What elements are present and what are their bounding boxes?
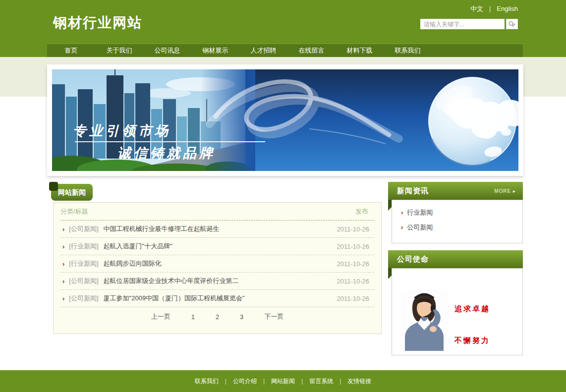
language-divider: | — [489, 5, 491, 12]
row-arrow-icon: › — [62, 278, 64, 285]
banner-slogan-1: 专业引领市场 — [73, 123, 171, 138]
nav-item[interactable]: 联系我们 — [384, 44, 432, 57]
row-arrow-icon: › — [62, 295, 64, 302]
news-date: 2011-10-26 — [337, 278, 369, 285]
more-arrow-icon: ▸ — [513, 188, 516, 194]
search-icon — [508, 21, 516, 28]
news-category[interactable]: [行业新闻] — [69, 259, 98, 268]
table-row: › [行业新闻] 起航阔步迈向国际化 2011-10-26 — [60, 255, 374, 273]
mission-slogan-1: 追求卓越 — [454, 304, 490, 314]
column-publish: 发布 — [355, 207, 374, 216]
news-panel: 分类/标题 发布 › [公司新闻] 中国工程机械行业最牛修理工在起航诞生 201… — [53, 202, 382, 334]
news-date: 2011-10-26 — [337, 260, 369, 268]
sidebar-mission-body: 追求卓越 不懈努力 — [392, 268, 523, 355]
row-arrow-icon: › — [62, 260, 64, 268]
prev-page-button[interactable]: 上一页 — [151, 312, 170, 321]
page-title: 钢材行业网站 — [53, 13, 142, 32]
language-switcher: 中文|English — [470, 4, 518, 13]
sidebar-mission-header: 公司使命 — [388, 250, 523, 268]
sidebar-news-item[interactable]: ›公司新闻 — [401, 223, 522, 232]
pagination: 上一页 1 2 3 下一页 — [60, 307, 374, 326]
search-area — [420, 19, 518, 29]
footer-link[interactable]: 网站新闻 — [271, 377, 309, 386]
row-arrow-icon: › — [62, 243, 64, 250]
footer-link[interactable]: 友情链接 — [347, 377, 371, 386]
item-arrow-icon: › — [401, 209, 403, 216]
footer-link[interactable]: 公司介绍 — [233, 377, 271, 386]
sidebar-mission-title: 公司使命 — [397, 255, 429, 264]
more-link[interactable]: MORE ▸ — [494, 188, 516, 194]
sidebar-news-item[interactable]: ›行业新闻 — [401, 208, 522, 217]
banner-slogan-2: 诚信铸就品牌 — [117, 146, 216, 161]
mission-slogan-2: 不懈努力 — [454, 336, 490, 345]
news-category[interactable]: [公司新闻] — [69, 224, 98, 233]
footer-link[interactable]: 联系我们 — [195, 377, 233, 386]
nav-item[interactable]: 关于我们 — [95, 44, 143, 57]
news-table-header: 分类/标题 发布 — [60, 203, 374, 221]
page-number-1[interactable]: 1 — [191, 313, 195, 321]
news-list: › [公司新闻] 中国工程机械行业最牛修理工在起航诞生 2011-10-26 ›… — [60, 221, 374, 307]
table-row: › [公司新闻] 厦工参加"2009中国（厦门）国际工程机械展览会" 2011-… — [60, 290, 374, 307]
page-number-2[interactable]: 2 — [216, 313, 219, 321]
language-zh-link[interactable]: 中文 — [470, 5, 483, 12]
item-arrow-icon: › — [401, 224, 403, 231]
column-category-title: 分类/标题 — [60, 207, 88, 216]
next-page-button[interactable]: 下一页 — [264, 312, 283, 321]
footer-link[interactable]: 留言系统 — [309, 377, 347, 386]
banner-image: 专业引领市场 诚信铸就品牌 — [52, 69, 518, 171]
sidebar-news-header: 新闻资讯 MORE ▸ — [388, 182, 523, 200]
table-row: › [公司新闻] 起航位居国家级企业技术中心年度评价行业第二 2011-10-2… — [60, 273, 374, 290]
nav-item[interactable]: 公司讯息 — [143, 44, 191, 57]
sidebar-news-body: ›行业新闻 ›公司新闻 — [392, 200, 523, 243]
news-title-link[interactable]: 中国工程机械行业最牛修理工在起航诞生 — [104, 224, 337, 233]
search-button[interactable] — [506, 19, 518, 29]
main-nav: 首页关于我们公司讯息钢材展示人才招聘在线留言材料下载联系我们 — [47, 44, 523, 57]
news-title-link[interactable]: 起航位居国家级企业技术中心年度评价行业第二 — [104, 277, 337, 285]
news-date: 2011-10-26 — [337, 225, 369, 233]
search-input[interactable] — [420, 19, 505, 29]
news-category[interactable]: [行业新闻] — [69, 242, 98, 251]
sidebar-news-title: 新闻资讯 — [397, 186, 429, 196]
language-en-link[interactable]: English — [497, 5, 518, 12]
news-category[interactable]: [公司新闻] — [69, 277, 98, 285]
page: 中文|English 钢材行业网站 首页关于我们公司讯息钢材展示人才招聘在线留言… — [0, 0, 566, 392]
banner-card: 专业引领市场 诚信铸就品牌 — [47, 64, 523, 176]
nav-item[interactable]: 首页 — [47, 44, 95, 57]
news-title-link[interactable]: 厦工参加"2009中国（厦门）国际工程机械展览会" — [104, 294, 337, 303]
news-title-link[interactable]: 起航阔步迈向国际化 — [104, 259, 337, 268]
nav-item[interactable]: 钢材展示 — [191, 44, 239, 57]
table-row: › [行业新闻] 起航入选厦门"十大品牌" 2011-10-26 — [60, 238, 374, 255]
row-arrow-icon: › — [62, 225, 64, 233]
table-row: › [公司新闻] 中国工程机械行业最牛修理工在起航诞生 2011-10-26 — [60, 221, 374, 238]
customer-service-photo — [401, 289, 448, 351]
nav-item[interactable]: 在线留言 — [287, 44, 336, 57]
page-number-3[interactable]: 3 — [240, 313, 243, 321]
footer-nav: 联系我们公司介绍网站新闻留言系统友情链接 — [0, 370, 566, 392]
nav-item[interactable]: 材料下载 — [336, 44, 384, 57]
news-title-link[interactable]: 起航入选厦门"十大品牌" — [104, 242, 337, 251]
tab-site-news[interactable]: 网站新闻 — [51, 184, 93, 201]
news-date: 2011-10-26 — [337, 295, 369, 302]
news-category[interactable]: [公司新闻] — [69, 294, 98, 303]
nav-item[interactable]: 人才招聘 — [239, 44, 287, 57]
news-date: 2011-10-26 — [337, 243, 369, 250]
